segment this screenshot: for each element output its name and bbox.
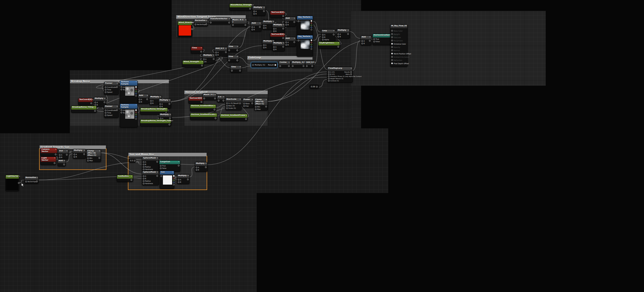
pin-Coordinate[interactable] <box>105 86 106 88</box>
dropdown-caret-icon[interactable]: ▾ <box>206 20 207 23</box>
node-one_minus[interactable]: 1-x▾ <box>217 95 225 102</box>
pin-out-b[interactable] <box>311 27 312 28</box>
node-mul_i[interactable]: Multiply▾AB <box>159 99 171 108</box>
input-pin-row[interactable]: Exp <box>243 105 250 107</box>
pin-A[interactable] <box>143 175 144 177</box>
output-pin-row[interactable] <box>214 109 215 110</box>
pin-normal[interactable] <box>391 49 393 51</box>
pin-in[interactable] <box>203 98 205 99</box>
output-pin-row[interactable] <box>282 15 284 17</box>
node-sphere2[interactable]: SphereMask▾ABRadiusHardness <box>142 171 159 185</box>
input-pin-row[interactable]: A <box>263 44 266 46</box>
material-input-row[interactable]: Specular <box>391 36 406 39</box>
dropdown-caret-icon[interactable]: ▾ <box>283 24 284 27</box>
pin-out-result[interactable] <box>200 51 202 52</box>
pin-out-result[interactable] <box>223 100 224 101</box>
node-header[interactable]: Multiply▾ <box>94 97 106 101</box>
dropdown-caret-icon[interactable]: ▾ <box>229 18 230 21</box>
input-pin-row[interactable]: A <box>273 46 276 48</box>
dropdown-caret-icon[interactable]: ▾ <box>333 30 334 33</box>
dropdown-caret-icon[interactable]: ▾ <box>240 66 241 69</box>
node-time1[interactable]: Time▾ <box>191 46 203 54</box>
node-light_vector_param[interactable]: LightVector▾ <box>5 175 19 191</box>
node-add_d[interactable]: Add▾AB <box>361 36 371 45</box>
pin-A[interactable] <box>322 34 324 36</box>
input-pin-row[interactable]: B <box>139 101 142 103</box>
input-pin-row[interactable]: True <box>373 38 380 40</box>
material-input-row[interactable]: Roughness <box>391 39 406 42</box>
input-pin-row[interactable]: Max <box>87 160 93 161</box>
node-power1[interactable]: Power▾BaseExp <box>242 98 254 108</box>
pin-True[interactable] <box>160 165 162 167</box>
dropdown-caret-icon[interactable]: ▾ <box>99 150 100 156</box>
pin-out-g[interactable] <box>173 179 175 181</box>
pin-out-result[interactable] <box>236 60 238 61</box>
node-mul_c[interactable]: Multiply▾AB <box>272 23 285 33</box>
node-mul_k[interactable]: Multiply▾AB <box>73 149 86 159</box>
input-pin-row[interactable]: A <box>273 28 276 30</box>
input-pin-row[interactable]: Transition Phase (S) Lerp Alpha No Conta… <box>328 76 347 77</box>
node-header[interactable]: Add▾ <box>285 17 296 21</box>
node-header[interactable]: TexCoord[0]▾ <box>78 98 93 102</box>
dropdown-caret-icon[interactable]: ▾ <box>95 106 96 109</box>
output-pin-row[interactable] <box>116 109 118 111</box>
dropdown-caret-icon[interactable]: ▾ <box>117 82 118 85</box>
dropdown-caret-icon[interactable]: ▾ <box>223 96 224 99</box>
input-pin-row[interactable]: B <box>263 27 266 29</box>
pin-out[interactable] <box>191 28 193 30</box>
output-pin-row[interactable] <box>201 65 203 66</box>
node-header[interactable]: Sun▾ <box>160 171 174 175</box>
dropdown-caret-icon[interactable]: ▾ <box>264 7 264 10</box>
pin-UVs[interactable] <box>298 20 299 22</box>
input-pin-row[interactable]: Tex <box>121 89 124 91</box>
node-header[interactable]: Add▾ <box>285 37 296 41</box>
node-header[interactable]: Add▾ <box>251 22 261 26</box>
dropdown-caret-icon[interactable]: ▾ <box>214 105 215 108</box>
node-add_c[interactable]: Add▾AB <box>285 37 296 47</box>
output-pin-row[interactable] <box>333 34 334 35</box>
input-pin-row[interactable]: B <box>143 178 153 179</box>
pin-out-b[interactable] <box>173 182 175 183</box>
node-header[interactable]: Power▾ <box>243 98 254 102</box>
node-mask_g[interactable]: Mask ( G )▾ <box>203 93 217 100</box>
pin-out-result[interactable] <box>282 28 284 29</box>
pin-out-result[interactable] <box>288 65 290 67</box>
input-pin-row[interactable]: B <box>178 181 181 183</box>
input-pin-row[interactable] <box>231 70 233 72</box>
input-pin-row[interactable]: Speed <box>105 114 116 116</box>
pin-B[interactable] <box>251 29 253 30</box>
input-pin-row[interactable]: UVs <box>160 175 162 177</box>
output-pin-row[interactable] <box>213 58 214 60</box>
input-pin-row[interactable]: B <box>143 163 153 165</box>
node-header[interactable]: Multiply▾ <box>253 6 265 10</box>
node-header[interactable]: WaveNoise_Strength▾ <box>230 4 251 7</box>
pin-out-result[interactable] <box>236 49 238 51</box>
material-input-row[interactable]: Refraction <box>391 58 406 62</box>
output-pin-row[interactable] <box>173 179 175 181</box>
node-sky_tex1[interactable]: Sky_Texture▾UVs <box>297 16 313 38</box>
pin-pixel-depth-offset[interactable] <box>391 63 393 64</box>
node-bias_scale[interactable]: BiasScale▾In (S)Bias (S)Scale (S)Result <box>225 98 242 110</box>
pin-out-result[interactable] <box>239 70 241 72</box>
pin-out-result[interactable] <box>201 101 202 103</box>
pin-A[interactable] <box>59 154 61 156</box>
pin-out-result[interactable] <box>99 157 100 159</box>
node-header[interactable]: Horizon_GradientBias▾ <box>190 105 216 108</box>
node-large_sun[interactable]: LargeSun▾TrueFalse <box>159 160 180 172</box>
pin-A[interactable] <box>160 118 162 119</box>
material-input-row[interactable]: Ambient Occlusion <box>391 55 406 58</box>
input-pin-row[interactable]: A <box>203 58 206 60</box>
pin-A[interactable] <box>251 26 253 28</box>
node-dot1[interactable]: Dot▾AB <box>58 150 68 159</box>
pin-out-g[interactable] <box>135 114 137 115</box>
pin-out-result[interactable] <box>311 65 313 67</box>
output-pin-row[interactable] <box>131 179 132 181</box>
node-header[interactable]: Multiply▾ <box>177 175 189 178</box>
pin-out-result[interactable] <box>225 51 227 53</box>
pin-B[interactable] <box>59 157 61 158</box>
node-mul_m[interactable]: Multiply▾AB <box>195 162 207 172</box>
output-pin-row[interactable] <box>337 46 339 48</box>
pin-base-color[interactable] <box>391 30 393 32</box>
output-pin-row[interactable] <box>214 98 216 99</box>
node-clamp1[interactable]: Clamp (Min=0) (Max=1)▾MinMax <box>254 98 268 111</box>
